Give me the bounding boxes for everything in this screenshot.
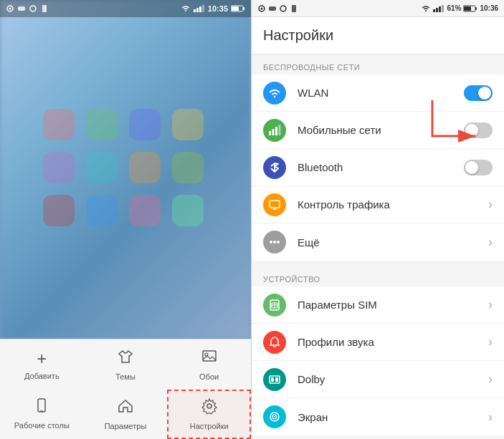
eye-icon [6, 4, 14, 13]
add-icon: + [37, 349, 47, 369]
dots-icon [268, 236, 281, 249]
svg-point-20 [280, 6, 286, 11]
settings-item-wlan[interactable]: WLAN [252, 74, 504, 112]
more-icon [263, 231, 286, 254]
bottom-label-themes: Темы [115, 372, 135, 381]
bars-icon [268, 124, 281, 137]
right-title-bar: Настройки [252, 17, 504, 54]
monitor-icon [268, 198, 281, 211]
sim-card-icon [268, 299, 281, 312]
svg-rect-6 [196, 8, 199, 12]
wlan-icon [263, 82, 286, 105]
bell-icon [268, 336, 281, 349]
app-icon [129, 195, 161, 226]
bottom-item-desktops[interactable]: Рабочие столы [0, 390, 84, 440]
traffic-label: Контроль трафика [298, 198, 488, 211]
sound-arrow: › [488, 334, 493, 349]
right-status-right-icons: 61% 10:36 [421, 4, 498, 12]
svg-rect-27 [464, 6, 471, 11]
left-status-icons [6, 4, 49, 13]
svg-rect-22 [433, 9, 435, 12]
app-icon [86, 152, 118, 183]
wifi-icon-right [421, 5, 431, 12]
app-icon [43, 152, 75, 183]
app-icon [86, 195, 118, 226]
wlan-label: WLAN [298, 87, 464, 99]
right-status-bar: 61% 10:36 [252, 0, 504, 17]
bottom-item-parameters[interactable]: Параметры [84, 390, 168, 440]
left-status-right: 10:35 [181, 4, 245, 13]
device-group: Параметры SIM › Профили звука › [252, 286, 504, 435]
dolby-label: Dolby [298, 373, 488, 385]
svg-rect-32 [279, 125, 281, 135]
svg-rect-42 [271, 377, 274, 382]
left-status-bar: 10:35 [0, 0, 251, 17]
more-arrow: › [488, 235, 493, 250]
svg-rect-21 [292, 5, 296, 12]
settings-item-more[interactable]: Ещё › [252, 223, 504, 261]
svg-rect-29 [269, 131, 271, 135]
settings-item-mobile[interactable]: Мобильные сети [252, 112, 504, 149]
svg-rect-2 [18, 6, 25, 11]
bottom-label-add: Добавить [24, 372, 60, 380]
signal-icon-left [194, 5, 205, 12]
sim-arrow: › [488, 297, 493, 312]
shirt-icon [117, 348, 134, 365]
image-icon [201, 348, 218, 365]
mobile-label: Мобильные сети [298, 124, 464, 136]
gear-icon [201, 397, 218, 415]
settings-item-sound[interactable]: Профили звука › [252, 324, 504, 361]
bottom-item-themes[interactable]: Темы [84, 339, 168, 390]
music-icon-right [268, 4, 277, 13]
svg-rect-28 [475, 7, 477, 10]
settings-item-screen[interactable]: Экран › [252, 398, 504, 435]
svg-point-18 [261, 7, 263, 9]
svg-point-36 [277, 241, 280, 243]
wifi-settings-icon [268, 87, 281, 100]
wlan-toggle[interactable] [464, 85, 493, 101]
settings-item-bluetooth[interactable]: Bluetooth [252, 149, 504, 186]
sound-icon [263, 331, 286, 354]
svg-rect-25 [442, 5, 444, 12]
svg-rect-4 [42, 5, 47, 12]
settings-item-traffic[interactable]: Контроль трафика › [252, 186, 504, 223]
bottom-label-wallpaper: Обои [199, 372, 219, 381]
bottom-item-wallpaper[interactable]: Обои [167, 339, 251, 390]
bottom-label-parameters: Параметры [105, 422, 147, 430]
home-icon [117, 397, 134, 419]
svg-rect-30 [272, 129, 275, 135]
music-icon [17, 4, 26, 13]
settings-item-dolby[interactable]: Dolby › [252, 361, 504, 398]
app-icon [129, 109, 161, 140]
screen-icon [263, 405, 286, 428]
sim-label: Параметры SIM [298, 299, 488, 311]
wlan-toggle-thumb [478, 87, 491, 100]
svg-rect-43 [275, 377, 278, 382]
battery-icon-right [463, 5, 477, 12]
svg-point-46 [274, 416, 275, 418]
settings-icon [201, 397, 218, 419]
bottom-label-settings: Настройки [190, 422, 229, 430]
sound-label: Профили звука [298, 336, 488, 348]
phone-icon [40, 4, 49, 13]
bluetooth-toggle[interactable] [464, 160, 493, 175]
loop-icon [29, 4, 37, 13]
bottom-item-settings[interactable]: Настройки [167, 390, 251, 440]
bluetooth-label: Bluetooth [298, 161, 464, 173]
svg-rect-19 [269, 6, 276, 11]
bottom-label-desktops: Рабочие столы [14, 421, 70, 430]
settings-item-sim[interactable]: Параметры SIM › [252, 286, 504, 324]
themes-icon [117, 348, 134, 370]
wireless-group: WLAN Мобильные сети [252, 74, 504, 261]
section-wireless-header: БЕСПРОВОДНЫЕ СЕТИ [252, 54, 504, 74]
svg-point-35 [273, 241, 276, 243]
bluetooth-icon [263, 156, 286, 179]
svg-rect-11 [243, 7, 244, 10]
bluetooth-toggle-thumb [465, 161, 478, 174]
mobile-toggle[interactable] [464, 122, 493, 138]
bottom-item-add[interactable]: + Добавить [0, 339, 84, 390]
svg-rect-24 [439, 6, 441, 12]
whatsapp-icon-right [290, 4, 298, 13]
app-icons-grid [43, 109, 208, 231]
mobile-icon [263, 119, 286, 142]
